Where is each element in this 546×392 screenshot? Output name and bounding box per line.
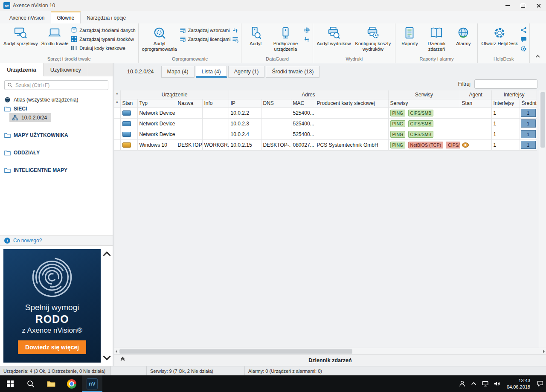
tray-people-button[interactable] (456, 375, 468, 392)
start-button[interactable] (0, 375, 20, 392)
tray-network-button[interactable] (479, 375, 491, 392)
helpdesk-settings-icon[interactable] (520, 46, 527, 52)
dataguard-audit-button[interactable]: Audyt (244, 25, 267, 56)
print-barcodes-item[interactable]: Drukuj kody kreskowe (71, 45, 135, 51)
tray-volume-button[interactable] (491, 375, 502, 392)
nvision-taskbar-button[interactable]: nV (82, 375, 102, 392)
tree-item-oddzialy[interactable]: ODDZIAŁY (0, 148, 113, 157)
tree-item-network[interactable]: 10.0.2.0/24 (9, 113, 51, 122)
table-row[interactable]: Network Device 10.0.2.4 525400... PING C… (114, 129, 537, 139)
horizontal-scroll-track[interactable] (119, 349, 542, 354)
alarms-button[interactable]: Alarmy (452, 25, 475, 56)
tray-show-hidden-icons-button[interactable] (468, 375, 479, 392)
col-header-stan[interactable]: Stan (120, 99, 137, 107)
fixed-assets-button[interactable]: Środki trwałe (41, 25, 70, 56)
group-header-interfaces[interactable]: Interfejsy (491, 90, 537, 99)
service-badge[interactable]: NetBIOS (TCP) (408, 142, 443, 148)
dataguard-sync-icon[interactable] (304, 36, 310, 43)
expand-event-log-button[interactable] (121, 357, 124, 360)
scroll-right-icon[interactable] (543, 350, 545, 353)
tree-item-atlas[interactable]: Atlas (wszystkie urządzenia) (0, 95, 113, 104)
vertical-scrollbar-thumb[interactable] (540, 92, 545, 148)
taskbar-clock[interactable]: 13:43 04.06.2018 (502, 375, 534, 392)
table-row[interactable]: Network Device 10.0.2.2 525400... PING C… (114, 107, 537, 118)
tab-mapa[interactable]: Mapa (4) (161, 66, 195, 78)
service-badge[interactable]: CIFS/SMB (446, 142, 460, 148)
vertical-scrollbar[interactable] (539, 90, 546, 348)
group-header-device[interactable]: Urządzenie (120, 90, 229, 99)
event-log-panel-header[interactable]: Dziennik zdarzeń (114, 354, 546, 366)
tab-agenty[interactable]: Agenty (1) (228, 66, 265, 78)
col-header-srednia[interactable]: Średnia (520, 99, 537, 107)
col-header-star[interactable]: * (114, 99, 120, 107)
col-header-info[interactable]: Info (202, 99, 229, 107)
manage-data-sources-item[interactable]: Zarządzaj źródłami danych (71, 27, 135, 33)
chrome-button[interactable] (61, 375, 82, 392)
group-header-agent[interactable]: Agent (460, 90, 491, 99)
scroll-left-icon[interactable] (116, 350, 117, 353)
col-header-producent[interactable]: Producent karty sieciowej (315, 99, 388, 107)
maximize-button[interactable] (515, 0, 531, 11)
manage-patterns-item[interactable]: Zarządzaj wzorcami (180, 27, 231, 33)
minimize-button[interactable] (500, 0, 515, 11)
service-badge[interactable]: CIFS/SMB (408, 110, 434, 116)
service-badge[interactable]: PING (390, 110, 406, 116)
taskbar-search-button[interactable] (20, 375, 41, 392)
table-row[interactable]: Windows 10 DESKTOP... WORKGR... 10.0.2.1… (114, 139, 537, 150)
tab-lista[interactable]: Lista (4) (196, 66, 227, 78)
menu-tab-narzedzia[interactable]: Narzędzia i opcje (81, 12, 132, 23)
col-header-agent-stan[interactable]: Stan (460, 99, 491, 107)
import-export-icon[interactable] (232, 27, 238, 33)
hardware-audit-button[interactable]: Audyt sprzętowy (3, 25, 39, 56)
service-badge[interactable]: CIFS/SMB (408, 131, 434, 138)
col-header-serwisy[interactable]: Serwisy (388, 99, 460, 107)
col-header-ip[interactable]: IP (229, 99, 261, 107)
scroll-down-icon[interactable] (103, 352, 110, 360)
table-row[interactable]: Network Device 10.0.2.3 525400... PING C… (114, 118, 537, 129)
filter-box[interactable] (474, 79, 537, 89)
group-header-star[interactable]: * (114, 90, 120, 99)
service-badge[interactable]: PING (390, 142, 406, 148)
group-header-services[interactable]: Serwisy (388, 90, 460, 99)
sidebar-tab-users[interactable]: Użytkownicy (44, 63, 88, 76)
menu-tab-axence-nvision[interactable]: Axence nVision (3, 12, 51, 23)
file-explorer-button[interactable] (41, 375, 61, 392)
menu-tab-glowne[interactable]: Główne (51, 12, 81, 23)
col-header-interfejsy[interactable]: Interfejsy (491, 99, 520, 107)
service-badge[interactable]: CIFS/SMB (408, 120, 434, 127)
manage-licenses-item[interactable]: Zarządzaj licencjami (180, 36, 231, 42)
scroll-up-icon[interactable] (103, 251, 110, 259)
ad-cta-button[interactable]: Dowiedz się więcej (18, 340, 86, 354)
dataguard-settings-icon[interactable] (304, 27, 310, 33)
event-log-button[interactable]: Dziennik zdarzeń (423, 25, 450, 56)
filter-input[interactable] (479, 81, 545, 87)
tree-item-sieci[interactable]: SIECI (0, 104, 113, 113)
software-audit-button[interactable]: Audyt oprogramowania (141, 25, 178, 56)
search-input[interactable] (15, 82, 105, 88)
col-header-mac[interactable]: MAC (291, 99, 315, 107)
manage-asset-types-item[interactable]: Zarządzaj typami środków (71, 36, 135, 42)
col-header-nazwa[interactable]: Nazwa (176, 99, 202, 107)
tab-srodki-trwale[interactable]: Środki trwałe (13) (266, 66, 319, 78)
sidebar-tab-devices[interactable]: Urządzenia (0, 63, 44, 76)
print-audit-button[interactable]: Audyt wydruków (316, 25, 351, 56)
service-badge[interactable]: PING (390, 120, 406, 127)
chat-icon[interactable] (520, 36, 527, 43)
tree-item-inteligentne[interactable]: INTELIGENTNE MAPY (0, 166, 113, 174)
ribbon-collapse-button[interactable] (536, 54, 539, 60)
service-badge[interactable]: PING (390, 131, 406, 138)
share-icon[interactable] (520, 27, 527, 33)
network-breadcrumb[interactable]: 10.0.2.0/24 (121, 66, 160, 78)
print-costs-button[interactable]: Konfiguruj koszty wydruków (353, 25, 392, 56)
rodo-ad-banner[interactable]: Spełnij wymogi RODO z Axence nVision® Do… (3, 249, 101, 363)
connected-devices-button[interactable]: Podłączone urządzenia (269, 25, 302, 56)
group-header-address[interactable]: Adres (229, 90, 388, 99)
tree-item-mapy[interactable]: MAPY UŻYTKOWNIKA (0, 131, 113, 139)
horizontal-scrollbar-thumb[interactable] (119, 349, 352, 354)
col-header-typ[interactable]: Typ (137, 99, 176, 107)
open-helpdesk-button[interactable]: Otwórz HelpDesk (480, 25, 519, 56)
whats-new-link[interactable]: Co nowego? (13, 238, 42, 244)
sidebar-search-box[interactable] (4, 80, 108, 90)
horizontal-scrollbar[interactable] (114, 348, 546, 354)
software-list-icon[interactable] (232, 36, 238, 43)
